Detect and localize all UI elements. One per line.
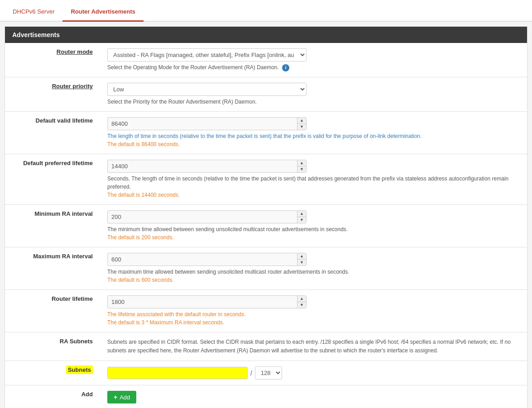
subnets-value-cell: / 128 127 126 125 124 64 48 32 xyxy=(100,361,527,385)
default-preferred-lifetime-help: Seconds. The length of time in seconds (… xyxy=(107,175,520,199)
tabs-bar: DHCPv6 Server Router Advertisements xyxy=(0,0,532,22)
minimum-ra-interval-up[interactable]: ▲ xyxy=(297,211,306,217)
default-valid-lifetime-up[interactable]: ▲ xyxy=(297,118,306,124)
subnet-slash: / xyxy=(250,370,252,377)
ra-subnets-desc: Subnets are specified in CIDR format. Se… xyxy=(107,338,520,355)
plus-icon: + xyxy=(114,394,117,401)
minimum-ra-interval-spinner-btns: ▲ ▼ xyxy=(297,211,306,223)
router-priority-value-cell: Low Medium High Select the Priority for … xyxy=(100,77,527,112)
router-lifetime-value-cell: ▲ ▼ The lifetime associated with the def… xyxy=(100,290,527,332)
section-title: Advertisements xyxy=(12,31,60,38)
maximum-ra-interval-label: Maximum RA interval xyxy=(5,247,100,290)
subnets-label-highlight: Subnets xyxy=(66,365,93,374)
main-content: Advertisements Router mode Assisted - RA… xyxy=(5,26,527,408)
maximum-ra-interval-value-cell: ▲ ▼ The maximum time allowed between sen… xyxy=(100,247,527,290)
router-priority-label: Router priority xyxy=(5,77,100,112)
router-mode-select[interactable]: Assisted - RA Flags [managed, other stat… xyxy=(107,48,307,62)
default-valid-lifetime-down[interactable]: ▼ xyxy=(297,124,306,130)
add-label: Add xyxy=(5,385,100,408)
default-valid-lifetime-value-cell: ▲ ▼ The length of time in seconds (relat… xyxy=(100,112,527,154)
ra-subnets-label: RA Subnets xyxy=(5,332,100,361)
maximum-ra-interval-row: Maximum RA interval ▲ ▼ The maximum time… xyxy=(5,247,527,290)
section-header: Advertisements xyxy=(5,27,527,43)
subnet-input[interactable] xyxy=(107,367,248,379)
maximum-ra-interval-up[interactable]: ▲ xyxy=(297,253,306,260)
router-priority-row: Router priority Low Medium High Select t… xyxy=(5,77,527,112)
router-lifetime-up[interactable]: ▲ xyxy=(297,296,306,302)
router-lifetime-down[interactable]: ▼ xyxy=(297,302,306,308)
maximum-ra-interval-spinner: ▲ ▼ xyxy=(107,253,307,266)
subnet-row: / 128 127 126 125 124 64 48 32 xyxy=(107,366,520,380)
router-mode-label: Router mode xyxy=(5,43,100,77)
add-button[interactable]: + Add xyxy=(107,391,136,403)
minimum-ra-interval-spinner: ▲ ▼ xyxy=(107,210,307,223)
router-lifetime-row: Router lifetime ▲ ▼ The lifetime associa… xyxy=(5,290,527,332)
default-preferred-lifetime-spinner: ▲ ▼ xyxy=(107,160,307,173)
default-valid-lifetime-label: Default valid lifetime xyxy=(5,112,100,154)
maximum-ra-interval-down[interactable]: ▼ xyxy=(297,260,306,266)
default-preferred-lifetime-input[interactable] xyxy=(108,161,297,172)
default-preferred-lifetime-up[interactable]: ▲ xyxy=(297,160,306,166)
router-lifetime-help: The lifetime associated with the default… xyxy=(107,310,520,327)
default-preferred-lifetime-value-cell: ▲ ▼ Seconds. The length of time in secon… xyxy=(100,154,527,205)
router-lifetime-label: Router lifetime xyxy=(5,290,100,332)
maximum-ra-interval-input[interactable] xyxy=(108,254,297,265)
router-mode-row: Router mode Assisted - RA Flags [managed… xyxy=(5,43,527,77)
router-mode-help: Select the Operating Mode for the Router… xyxy=(107,63,520,71)
router-mode-info-icon[interactable]: i xyxy=(282,64,289,71)
default-preferred-lifetime-label: Default preferred lifetime xyxy=(5,154,100,205)
form-table: Router mode Assisted - RA Flags [managed… xyxy=(5,43,527,408)
ra-subnets-row: RA Subnets Subnets are specified in CIDR… xyxy=(5,332,527,361)
minimum-ra-interval-down[interactable]: ▼ xyxy=(297,217,306,223)
router-mode-value-cell: Assisted - RA Flags [managed, other stat… xyxy=(100,43,527,77)
default-valid-lifetime-spinner: ▲ ▼ xyxy=(107,117,307,130)
tab-router-advertisements[interactable]: Router Advertisements xyxy=(62,3,144,22)
minimum-ra-interval-value-cell: ▲ ▼ The minimum time allowed between sen… xyxy=(100,205,527,247)
minimum-ra-interval-help: The minimum time allowed between sending… xyxy=(107,225,520,242)
default-preferred-lifetime-down[interactable]: ▼ xyxy=(297,166,306,172)
router-lifetime-spinner: ▲ ▼ xyxy=(107,295,307,308)
default-preferred-lifetime-spinner-btns: ▲ ▼ xyxy=(297,160,306,172)
add-button-label: Add xyxy=(120,394,130,401)
maximum-ra-interval-spinner-btns: ▲ ▼ xyxy=(297,253,306,266)
minimum-ra-interval-label: Minimum RA interval xyxy=(5,205,100,247)
tab-dhcpv6[interactable]: DHCPv6 Server xyxy=(5,3,62,22)
default-valid-lifetime-spinner-btns: ▲ ▼ xyxy=(297,118,306,130)
router-priority-select[interactable]: Low Medium High xyxy=(107,83,307,96)
add-row: Add + Add xyxy=(5,385,527,408)
default-preferred-lifetime-row: Default preferred lifetime ▲ ▼ Seconds. … xyxy=(5,154,527,205)
ra-subnets-value-cell: Subnets are specified in CIDR format. Se… xyxy=(100,332,527,361)
default-valid-lifetime-input[interactable] xyxy=(108,118,297,129)
maximum-ra-interval-help: The maximum time allowed between sending… xyxy=(107,268,520,284)
subnet-mask-select[interactable]: 128 127 126 125 124 64 48 32 xyxy=(255,366,282,380)
subnets-row: Subnets / 128 127 126 125 124 64 48 32 xyxy=(5,361,527,385)
default-valid-lifetime-help: The length of time in seconds (relative … xyxy=(107,132,520,148)
router-lifetime-spinner-btns: ▲ ▼ xyxy=(297,296,306,308)
default-valid-lifetime-row: Default valid lifetime ▲ ▼ The length of… xyxy=(5,112,527,154)
minimum-ra-interval-row: Minimum RA interval ▲ ▼ The minimum time… xyxy=(5,205,527,247)
router-priority-help: Select the Priority for the Router Adver… xyxy=(107,98,520,106)
add-value-cell: + Add xyxy=(100,385,527,408)
router-lifetime-input[interactable] xyxy=(108,296,297,308)
subnets-label: Subnets xyxy=(5,361,100,385)
minimum-ra-interval-input[interactable] xyxy=(108,211,297,223)
